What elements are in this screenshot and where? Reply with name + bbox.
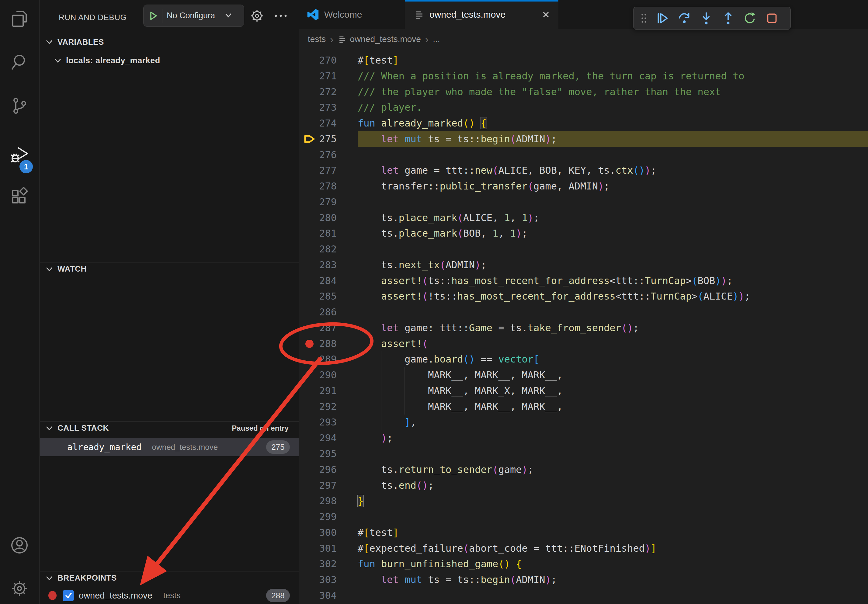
- line-number[interactable]: 273: [299, 99, 337, 115]
- breadcrumb-file[interactable]: owned_tests.move: [350, 34, 421, 44]
- code-text[interactable]: ts.return_to_sender(game);: [358, 462, 533, 477]
- breadcrumb-symbol-more[interactable]: ...: [433, 34, 440, 44]
- code-text[interactable]: /// When a position is already marked, t…: [358, 68, 744, 84]
- restart-button[interactable]: [741, 9, 760, 27]
- line-number[interactable]: 270: [299, 52, 337, 68]
- close-icon[interactable]: [541, 10, 550, 19]
- call-stack-frame-row[interactable]: already_marked owned_tests.move 275: [40, 438, 299, 456]
- code-text[interactable]: assert!(!ts::has_most_recent_for_address…: [358, 288, 750, 304]
- step-out-button[interactable]: [719, 9, 738, 27]
- code-text[interactable]: let game = ttt::new(ALICE, BOB, KEY, ts.…: [358, 163, 657, 178]
- section-header-variables[interactable]: VARIABLES: [40, 35, 299, 49]
- code-text[interactable]: game.board() == vector[: [358, 351, 539, 367]
- code-text[interactable]: ts.place_mark(BOB, 1, 1);: [358, 225, 528, 241]
- code-text[interactable]: MARK__, MARK__, MARK__,: [358, 367, 563, 383]
- sidebar-item-source-control[interactable]: [10, 96, 29, 116]
- line-number[interactable]: 300: [299, 525, 337, 541]
- tab-owned-tests-move[interactable]: owned_tests.move: [405, 0, 558, 29]
- sidebar-item-extensions[interactable]: [10, 186, 29, 206]
- account-button[interactable]: [10, 536, 29, 555]
- line-number[interactable]: 285: [299, 288, 337, 304]
- gear-icon: [249, 8, 265, 24]
- section-header-watch[interactable]: WATCH: [40, 262, 299, 276]
- code-text[interactable]: let mut ts = ts::begin(ADMIN);: [358, 572, 557, 588]
- line-number[interactable]: 276: [299, 147, 337, 163]
- line-number[interactable]: 293: [299, 414, 337, 430]
- step-into-button[interactable]: [697, 9, 716, 27]
- line-number[interactable]: 290: [299, 367, 337, 383]
- code-text[interactable]: #[expected_failure(abort_code = ttt::ENo…: [358, 541, 657, 556]
- line-number[interactable]: 303: [299, 572, 337, 588]
- code-text[interactable]: fun burn_unfinished_game() {: [358, 556, 522, 572]
- line-number[interactable]: 295: [299, 446, 337, 462]
- manage-button[interactable]: [10, 579, 29, 598]
- views-and-more-actions-button[interactable]: [273, 8, 288, 24]
- line-number[interactable]: 275: [299, 131, 337, 147]
- line-number[interactable]: 301: [299, 541, 337, 556]
- code-text[interactable]: transfer::public_transfer(game, ADMIN);: [358, 178, 609, 194]
- line-number[interactable]: 296: [299, 462, 337, 477]
- breadcrumb-dir[interactable]: tests: [308, 34, 326, 44]
- code-text[interactable]: MARK__, MARK_X, MARK__,: [358, 383, 563, 399]
- code-text[interactable]: /// the player who made the "false" move…: [358, 84, 721, 100]
- line-number[interactable]: 289: [299, 351, 337, 367]
- line-number[interactable]: 274: [299, 115, 337, 131]
- line-number[interactable]: 281: [299, 225, 337, 241]
- code-text[interactable]: ],: [358, 414, 416, 430]
- line-number[interactable]: 278: [299, 178, 337, 194]
- line-number[interactable]: 283: [299, 257, 337, 273]
- line-number[interactable]: 291: [299, 383, 337, 399]
- code-text[interactable]: );: [358, 430, 393, 446]
- tab-welcome[interactable]: Welcome: [299, 0, 405, 29]
- line-number[interactable]: 282: [299, 241, 337, 257]
- line-number[interactable]: 304: [299, 588, 337, 603]
- line-number[interactable]: 292: [299, 399, 337, 415]
- code-text[interactable]: /// player.: [358, 99, 422, 115]
- line-number[interactable]: 277: [299, 163, 337, 178]
- code-line-301: 301#[expected_failure(abort_code = ttt::…: [299, 541, 868, 556]
- line-number[interactable]: 288: [299, 336, 337, 352]
- line-number[interactable]: 272: [299, 84, 337, 100]
- line-number[interactable]: 286: [299, 304, 337, 320]
- line-number[interactable]: 287: [299, 320, 337, 336]
- variables-scope-row[interactable]: locals: already_marked: [40, 54, 299, 68]
- code-text[interactable]: ts.next_tx(ADMIN);: [358, 257, 487, 273]
- line-number[interactable]: 302: [299, 556, 337, 572]
- section-header-call-stack[interactable]: CALL STACK Paused on entry: [40, 421, 299, 435]
- step-over-icon: [677, 11, 691, 25]
- line-number[interactable]: 284: [299, 273, 337, 289]
- line-number[interactable]: 279: [299, 194, 337, 210]
- continue-button[interactable]: [653, 9, 672, 27]
- drag-handle-icon[interactable]: [638, 9, 650, 27]
- stop-button[interactable]: [763, 9, 781, 27]
- line-number[interactable]: 299: [299, 509, 337, 525]
- code-text[interactable]: fun already_marked() {: [358, 115, 487, 131]
- code-text[interactable]: ts.end();: [358, 477, 434, 493]
- step-over-button[interactable]: [675, 9, 694, 27]
- code-text[interactable]: assert!(: [358, 336, 428, 352]
- code-text[interactable]: MARK__, MARK__, MARK__,: [358, 399, 563, 415]
- line-number[interactable]: 294: [299, 430, 337, 446]
- code-line-291: 291 MARK__, MARK_X, MARK__,: [299, 383, 868, 399]
- debug-settings-button[interactable]: [249, 8, 265, 24]
- code-line-304: 304: [299, 588, 868, 603]
- code-text[interactable]: let game: ttt::Game = ts.take_from_sende…: [358, 320, 639, 336]
- start-debugging-play-icon[interactable]: [144, 9, 163, 23]
- code-text[interactable]: }: [358, 493, 363, 509]
- section-header-breakpoints[interactable]: BREAKPOINTS: [40, 571, 299, 585]
- line-number[interactable]: 297: [299, 477, 337, 493]
- code-text[interactable]: #[test]: [358, 525, 399, 541]
- code-area[interactable]: 270#[test]271/// When a position is alre…: [299, 50, 868, 604]
- line-number[interactable]: 280: [299, 210, 337, 226]
- code-text[interactable]: assert!(ts::has_most_recent_for_address<…: [358, 273, 733, 289]
- breakpoint-enabled-checkbox[interactable]: [63, 590, 74, 601]
- code-text[interactable]: ts.place_mark(ALICE, 1, 1);: [358, 210, 539, 226]
- debug-configuration-dropdown[interactable]: No Configura: [143, 5, 244, 27]
- line-number[interactable]: 271: [299, 68, 337, 84]
- breakpoint-list-item[interactable]: owned_tests.move tests 288: [40, 587, 299, 604]
- sidebar-item-search[interactable]: [10, 53, 29, 72]
- line-number[interactable]: 298: [299, 493, 337, 509]
- sidebar-item-explorer[interactable]: [10, 9, 29, 29]
- code-text[interactable]: let mut ts = ts::begin(ADMIN);: [358, 131, 557, 147]
- code-text[interactable]: #[test]: [358, 52, 399, 68]
